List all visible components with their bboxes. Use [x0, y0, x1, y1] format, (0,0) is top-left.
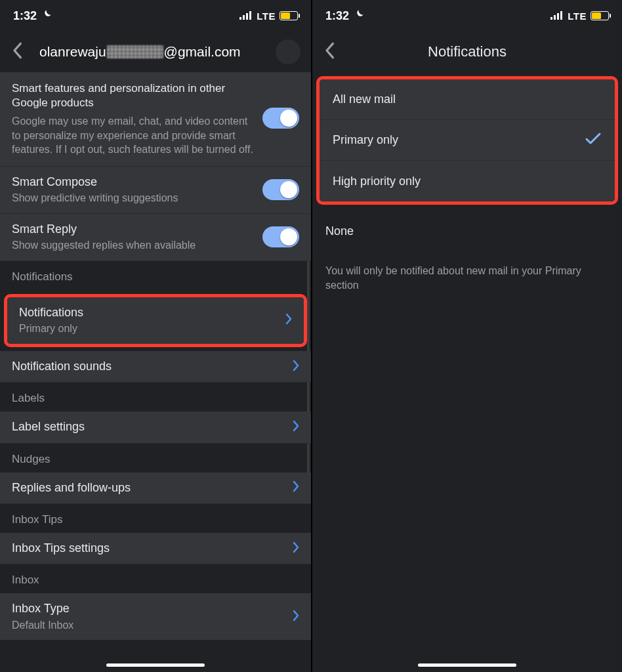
chevron-right-icon: [293, 541, 299, 556]
section-notifications: Notifications: [0, 261, 311, 290]
section-labels: Labels: [0, 383, 311, 411]
email-suffix: @gmail.com: [164, 44, 241, 60]
battery-icon: [280, 11, 298, 20]
label-settings-title: Label settings: [12, 419, 286, 434]
svg-rect-4: [550, 17, 552, 20]
notifications-row[interactable]: Notifications Primary only: [7, 297, 304, 344]
option-label: High priority only: [333, 175, 421, 188]
notification-sounds-title: Notification sounds: [12, 359, 286, 374]
svg-rect-1: [243, 15, 245, 20]
notification-sounds-row[interactable]: Notification sounds: [0, 351, 311, 383]
svg-rect-2: [246, 13, 248, 20]
dnd-moon-icon: [41, 9, 52, 24]
inbox-type-row[interactable]: Inbox Type Default Inbox: [0, 593, 311, 640]
option-label: None: [325, 224, 354, 238]
smart-features-title: Smart features and personalization in ot…: [12, 81, 253, 110]
chevron-right-icon: [293, 420, 299, 434]
option-none[interactable]: None: [312, 209, 622, 249]
notifications-options-screen: 1:32 LTE Notifications All: [311, 0, 622, 672]
smart-compose-sub: Show predictive writing suggestions: [12, 191, 253, 205]
option-label: All new mail: [333, 93, 396, 106]
svg-rect-0: [239, 17, 241, 20]
smart-reply-row[interactable]: Smart Reply Show suggested replies when …: [0, 214, 311, 261]
signal-icon: [550, 9, 564, 23]
inbox-type-title: Inbox Type: [12, 601, 286, 616]
email-prefix: olanrewaju: [39, 44, 106, 60]
settings-list[interactable]: Smart features and personalization in ot…: [0, 72, 311, 672]
header: Notifications: [312, 32, 622, 72]
account-email-title: olanrewaju @gmail.com: [39, 44, 241, 60]
svg-rect-5: [554, 15, 556, 20]
account-settings-screen: 1:32 LTE olanrewaju @gmail.com: [0, 0, 311, 672]
home-indicator[interactable]: [106, 663, 205, 667]
page-title: Notifications: [312, 43, 622, 60]
option-all-new-mail[interactable]: All new mail: [320, 79, 615, 120]
account-avatar[interactable]: [276, 39, 301, 64]
inbox-tips-settings-title: Inbox Tips settings: [12, 541, 286, 556]
option-label: Primary only: [333, 133, 398, 147]
smart-reply-title: Smart Reply: [12, 222, 253, 237]
smart-features-other-products-row[interactable]: Smart features and personalization in ot…: [0, 72, 311, 167]
section-nudges: Nudges: [0, 444, 311, 472]
label-settings-row[interactable]: Label settings: [0, 411, 311, 443]
smart-reply-toggle[interactable]: [262, 226, 299, 247]
smart-compose-row[interactable]: Smart Compose Show predictive writing su…: [0, 167, 311, 214]
network-label: LTE: [257, 10, 276, 22]
network-label: LTE: [568, 10, 587, 22]
status-bar: 1:32 LTE: [312, 0, 622, 32]
smart-features-desc: Google may use my email, chat, and video…: [12, 114, 253, 157]
section-inbox: Inbox: [0, 564, 311, 593]
smart-features-toggle[interactable]: [262, 108, 299, 129]
redacted-segment: [107, 45, 163, 58]
footer-description: You will only be notified about new mail…: [312, 249, 622, 306]
signal-icon: [239, 9, 253, 23]
highlight-box: Notifications Primary only: [4, 294, 307, 347]
battery-icon: [591, 11, 609, 20]
notifications-title: Notifications: [19, 305, 279, 320]
back-button[interactable]: [324, 41, 335, 62]
option-high-priority[interactable]: High priority only: [320, 161, 615, 201]
replies-followups-row[interactable]: Replies and follow-ups: [0, 472, 311, 504]
svg-rect-7: [560, 11, 562, 20]
chevron-right-icon: [285, 313, 292, 327]
chevron-right-icon: [293, 610, 299, 624]
inbox-type-sub: Default Inbox: [12, 618, 286, 633]
svg-rect-3: [249, 11, 251, 20]
smart-compose-title: Smart Compose: [12, 175, 253, 190]
dnd-moon-icon: [353, 9, 365, 24]
chevron-right-icon: [293, 480, 299, 495]
status-bar: 1:32 LTE: [0, 0, 311, 32]
svg-rect-6: [557, 13, 559, 20]
smart-compose-toggle[interactable]: [262, 179, 299, 200]
smart-reply-sub: Show suggested replies when available: [12, 238, 253, 253]
chevron-right-icon: [293, 360, 299, 374]
highlight-box: All new mail Primary only High priority …: [316, 76, 618, 205]
check-icon: [585, 131, 602, 149]
header: olanrewaju @gmail.com: [0, 32, 311, 72]
section-inbox-tips: Inbox Tips: [0, 504, 311, 533]
notifications-sub: Primary only: [19, 322, 279, 336]
home-indicator[interactable]: [418, 663, 516, 667]
status-time: 1:32: [13, 9, 37, 23]
inbox-tips-settings-row[interactable]: Inbox Tips settings: [0, 533, 311, 564]
status-time: 1:32: [325, 9, 349, 23]
back-button[interactable]: [12, 41, 22, 62]
options-list: All new mail Primary only High priority …: [312, 72, 622, 672]
option-primary-only[interactable]: Primary only: [320, 120, 615, 161]
replies-followups-title: Replies and follow-ups: [12, 480, 286, 495]
